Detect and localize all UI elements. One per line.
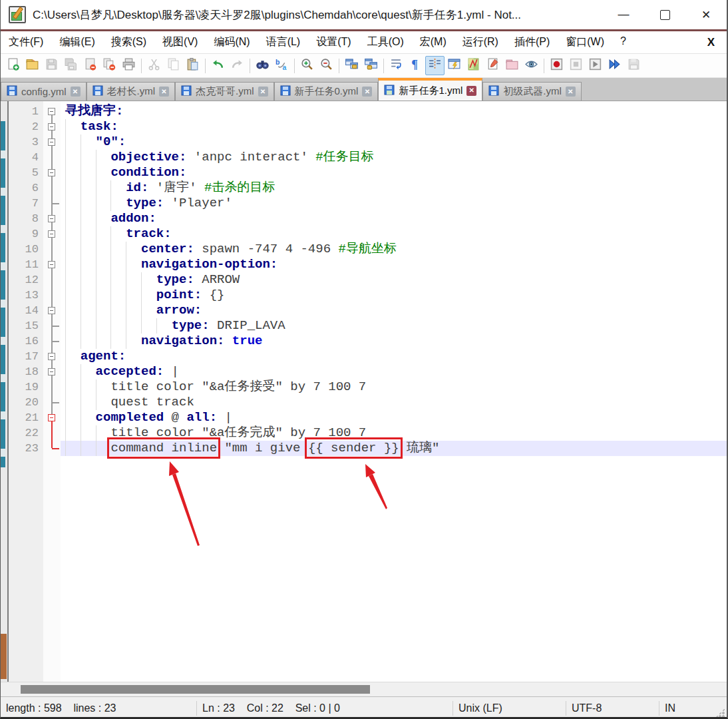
code-line[interactable]: condition:: [61, 165, 727, 180]
code-line[interactable]: track:: [61, 226, 727, 242]
menu-tools[interactable]: 工具(O): [359, 33, 412, 52]
tab-close-icon[interactable]: ✕: [71, 87, 81, 97]
code-line[interactable]: center: spawn -747 4 -496 #导航坐标: [61, 242, 727, 257]
macro-run-multiple-button[interactable]: [605, 56, 624, 75]
horizontal-scrollbar[interactable]: [1, 682, 727, 696]
fold-marker-box[interactable]: [43, 410, 61, 425]
new-file-button[interactable]: [3, 56, 23, 75]
tab-4[interactable]: 新手任务0.yml✕: [274, 82, 379, 101]
word-wrap-button[interactable]: [387, 56, 406, 75]
code-line[interactable]: agent:: [61, 349, 727, 364]
menu-run[interactable]: 运行(R): [455, 33, 506, 52]
tab-2[interactable]: 老村长.yml✕: [87, 82, 176, 101]
code-line[interactable]: navigation: true: [61, 334, 727, 349]
tab-3[interactable]: 杰克哥哥.yml✕: [175, 82, 274, 101]
fold-marker-box[interactable]: [43, 134, 61, 150]
save-all-button[interactable]: [61, 56, 81, 75]
code-line[interactable]: type: DRIP_LAVA: [61, 318, 727, 334]
code-line[interactable]: addon:: [61, 211, 727, 226]
code-line[interactable]: quest track: [61, 395, 727, 410]
replace-button[interactable]: ba: [272, 56, 291, 75]
tab-close-icon[interactable]: ✕: [362, 87, 372, 97]
indent-guide-button[interactable]: [425, 56, 445, 75]
menu-encoding[interactable]: 编码(N): [206, 33, 258, 52]
fold-marker-box[interactable]: [43, 303, 61, 318]
sync-vertical-button[interactable]: [342, 56, 361, 75]
fold-marker-box[interactable]: [43, 119, 61, 134]
fold-marker-box[interactable]: [43, 257, 61, 272]
open-file-button[interactable]: [23, 56, 42, 75]
cut-button[interactable]: [144, 56, 164, 75]
fold-marker-box[interactable]: [43, 226, 61, 242]
copy-button[interactable]: [164, 56, 183, 75]
menu-edit[interactable]: 编辑(E): [51, 33, 102, 52]
document-map-button[interactable]: [464, 56, 483, 75]
tab-close-icon[interactable]: ✕: [566, 87, 576, 97]
code-line[interactable]: "0":: [61, 134, 727, 150]
menu-help[interactable]: ?: [612, 33, 634, 52]
folder-as-workspace-button[interactable]: [502, 56, 522, 75]
tab-close-icon[interactable]: ✕: [258, 87, 268, 97]
code-line[interactable]: point: {}: [61, 288, 727, 303]
code-line[interactable]: navigation-option:: [61, 257, 727, 272]
macro-record-button[interactable]: [547, 56, 566, 75]
code-line[interactable]: command inline "mm i give {{ sender }} 琉…: [61, 441, 727, 456]
menu-language[interactable]: 语言(L): [258, 33, 309, 52]
define-language-button[interactable]: [445, 56, 464, 75]
code-line[interactable]: type: ARROW: [61, 272, 727, 288]
code-line[interactable]: 寻找唐宇:: [61, 104, 727, 119]
tab-1[interactable]: config.yml✕: [1, 82, 87, 101]
menu-plugins[interactable]: 插件(P): [506, 33, 558, 52]
monitoring-button[interactable]: [522, 56, 541, 75]
menu-view[interactable]: 视图(V): [154, 33, 206, 52]
tab-close-icon[interactable]: ✕: [466, 86, 476, 96]
status-insert-mode[interactable]: IN: [659, 701, 727, 716]
macro-play-button[interactable]: [586, 56, 605, 75]
code-line[interactable]: type: 'Player': [61, 196, 727, 211]
horizontal-scrollbar-thumb[interactable]: [21, 685, 370, 694]
fold-marker-box[interactable]: [43, 104, 61, 119]
macro-save-button[interactable]: [624, 56, 643, 75]
maximize-button[interactable]: [644, 0, 685, 29]
line-number: 15: [9, 318, 43, 334]
close-button[interactable]: ✕: [685, 0, 727, 29]
close-button[interactable]: [81, 56, 100, 75]
paste-button[interactable]: [183, 56, 202, 75]
fold-marker-box[interactable]: [43, 349, 61, 364]
code-line[interactable]: id: '唐宇' #击杀的目标: [61, 180, 727, 196]
code-line[interactable]: title color "&a任务完成" by 7 100 7: [61, 425, 727, 441]
show-all-characters-button[interactable]: ¶: [406, 56, 425, 75]
menu-window[interactable]: 窗口(W): [558, 33, 612, 52]
sync-horizontal-button[interactable]: [361, 56, 381, 75]
code-line[interactable]: objective: 'anpc interact' #任务目标: [61, 150, 727, 165]
tab-5[interactable]: 新手任务1.yml✕: [378, 78, 482, 101]
zoom-out-button[interactable]: [317, 56, 336, 75]
code-line[interactable]: accepted: |: [61, 364, 727, 379]
zoom-in-button[interactable]: [297, 56, 317, 75]
menu-macro[interactable]: 宏(M): [412, 33, 455, 52]
code-area[interactable]: 寻找唐宇:task:"0":objective: 'anpc interact'…: [61, 101, 727, 682]
code-line[interactable]: task:: [61, 119, 727, 134]
tab-6[interactable]: 初级武器.yml✕: [482, 82, 582, 101]
fold-marker-box[interactable]: [43, 211, 61, 226]
macro-stop-button[interactable]: [566, 56, 586, 75]
close-all-button[interactable]: [100, 56, 119, 75]
print-button[interactable]: [119, 56, 138, 75]
code-line[interactable]: title color "&a任务接受" by 7 100 7: [61, 379, 727, 395]
menu-file[interactable]: 文件(F): [1, 33, 51, 52]
find-button[interactable]: [253, 56, 272, 75]
fold-marker-box[interactable]: [43, 165, 61, 180]
menubar-close-document-button[interactable]: X: [695, 36, 727, 49]
save-button[interactable]: [42, 56, 61, 75]
redo-button[interactable]: [228, 56, 247, 75]
undo-button[interactable]: [208, 56, 228, 75]
menu-settings[interactable]: 设置(T): [308, 33, 359, 52]
code-line[interactable]: arrow:: [61, 303, 727, 318]
minimize-button[interactable]: —: [603, 0, 644, 29]
code-line[interactable]: completed @ all: |: [61, 410, 727, 425]
fold-marker-box[interactable]: [43, 364, 61, 379]
indent-guide-icon: [428, 57, 442, 74]
menu-search[interactable]: 搜索(S): [103, 33, 154, 52]
tab-close-icon[interactable]: ✕: [159, 87, 169, 97]
function-list-button[interactable]: [483, 56, 502, 75]
